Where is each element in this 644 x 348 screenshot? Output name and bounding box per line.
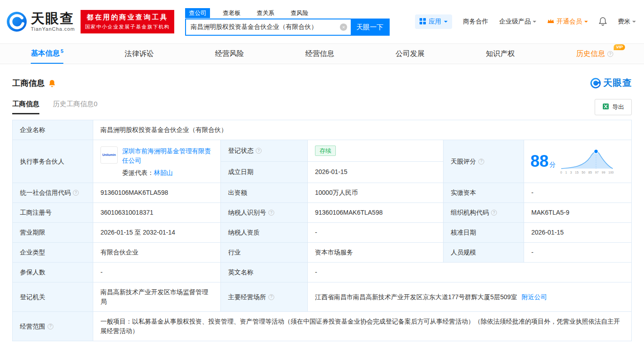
tab-legal-litigation[interactable]: 法律诉讼 bbox=[125, 44, 154, 64]
clear-icon[interactable] bbox=[340, 24, 347, 31]
help-icon[interactable] bbox=[491, 210, 497, 216]
help-icon[interactable] bbox=[48, 324, 53, 329]
status-badge: 存续 bbox=[315, 146, 336, 156]
registry-label-cell: 登记机关 bbox=[13, 282, 93, 312]
open-vip-label: 开通会员 bbox=[557, 18, 582, 26]
help-icon[interactable] bbox=[73, 190, 79, 196]
address-value: 江西省南昌市南昌高新技术产业开发区京东大道177号群辉大厦5层509室 bbox=[315, 292, 517, 302]
help-icon[interactable] bbox=[607, 51, 613, 57]
staff-size-label-cell: 人员规模 bbox=[444, 243, 524, 263]
field-label: 经营范围 bbox=[20, 322, 45, 331]
reg-number-label-cell: 工商注册号 bbox=[13, 203, 93, 223]
business-scope-label-cell: 经营范围 bbox=[13, 312, 93, 341]
search-tab-relation[interactable]: 查关系 bbox=[253, 8, 278, 18]
tab-label: 知识产权 bbox=[486, 49, 515, 59]
org-code-value-cell: MAK6TLA5-9 bbox=[524, 203, 632, 223]
export-button[interactable]: 导出 bbox=[595, 99, 632, 115]
tianyancha-logo[interactable]: 天眼查 TianYanCha.com bbox=[6, 11, 75, 32]
chevron-down-icon bbox=[444, 21, 448, 24]
approval-date-label-cell: 核准日期 bbox=[444, 223, 524, 243]
business-term-value-cell: 2026-01-15 至 2032-01-14 bbox=[93, 223, 221, 243]
paidin-capital-label-cell: 实缴资本 bbox=[444, 183, 524, 203]
subtab-business-info[interactable]: 工商信息 bbox=[12, 100, 39, 114]
search-tab-company[interactable]: 查公司 bbox=[185, 8, 210, 18]
score-value: 88 bbox=[530, 152, 549, 170]
partner-cell: Unilumin 深圳市前海洲明基金管理有限责任公司 委派代表：林韶山 bbox=[93, 140, 221, 183]
user-menu[interactable]: 费米 bbox=[618, 18, 636, 26]
logo-text: 天眼查 TianYanCha.com bbox=[31, 11, 75, 32]
apps-button[interactable]: 应用 bbox=[415, 14, 452, 29]
english-name-label-cell: 英文名称 bbox=[221, 263, 308, 282]
help-icon[interactable] bbox=[268, 210, 274, 216]
staff-size-value-cell: - bbox=[524, 243, 632, 263]
business-cooperation-link[interactable]: 商务合作 bbox=[463, 18, 488, 26]
enterprise-products-menu[interactable]: 企业级产品 bbox=[499, 18, 536, 26]
tab-label: 历史信息 bbox=[576, 49, 605, 59]
help-icon[interactable] bbox=[478, 159, 484, 165]
table-row: 企业类型 有限合伙企业 行业 资本市场服务 人员规模 - bbox=[13, 243, 632, 263]
partner-text: 深圳市前海洲明基金管理有限责任公司 委派代表：林韶山 bbox=[122, 146, 213, 178]
english-name-value-cell: - bbox=[308, 263, 632, 282]
tab-operation-info[interactable]: 经营信息 bbox=[305, 44, 334, 64]
tab-operation-risk[interactable]: 经营风险 bbox=[215, 44, 244, 64]
subtab-history-business-info[interactable]: 历史工商信息0 bbox=[53, 100, 97, 114]
field-label: 英文名称 bbox=[228, 268, 253, 277]
taxpayer-id-label-cell: 纳税人识别号 bbox=[221, 203, 308, 223]
chevron-down-icon bbox=[584, 21, 588, 24]
open-vip-button[interactable]: 开通会员 bbox=[547, 18, 588, 26]
subscribe-bell-icon[interactable] bbox=[48, 79, 56, 87]
insured-value-cell: - bbox=[93, 263, 221, 282]
field-value: 2026-01-15 至 2032-01-14 bbox=[100, 228, 175, 237]
score-cell: 88分 0 1 3 15 50 85 bbox=[524, 140, 632, 183]
search-box: 天眼一下 bbox=[185, 19, 390, 36]
help-icon[interactable] bbox=[256, 148, 262, 154]
industry-value-cell: 资本市场服务 bbox=[308, 243, 444, 263]
field-label: 企业名称 bbox=[20, 125, 45, 135]
search-input[interactable] bbox=[186, 19, 340, 35]
slogan-line2: 国家中小企业发展子基金旗下机构 bbox=[85, 24, 170, 30]
partner-company-link[interactable]: 深圳市前海洲明基金管理有限责任公司 bbox=[122, 146, 213, 165]
business-scope-value: 一般项目：以私募基金从事股权投资、投资管理、资产管理等活动（须在中国证券投资基金… bbox=[100, 317, 624, 336]
registry-value-cell: 南昌高新技术产业开发区市场监督管理局 bbox=[93, 282, 221, 312]
field-value: - bbox=[531, 248, 534, 257]
insured-label-cell: 参保人数 bbox=[13, 263, 93, 282]
field-label: 核准日期 bbox=[451, 228, 476, 237]
search-tab-risk[interactable]: 查风险 bbox=[287, 8, 312, 18]
taxpayer-id-value-cell: 91360106MAK6TLA598 bbox=[308, 203, 444, 223]
search-button[interactable]: 天眼一下 bbox=[351, 19, 389, 35]
table-row: 登记机关 南昌高新技术产业开发区市场监督管理局 主要经营场所 江西省南昌市南昌高… bbox=[13, 282, 632, 312]
paidin-capital-value-cell: - bbox=[524, 183, 632, 203]
score-axis-ticks: 0 1 3 15 50 85 97 99 100 bbox=[560, 170, 614, 175]
search-tab-boss[interactable]: 查老板 bbox=[219, 8, 244, 18]
taxpayer-qualification-label-cell: 纳税人资质 bbox=[221, 223, 308, 243]
username-label: 费米 bbox=[618, 18, 630, 26]
score-label-cell: 天眼评分 bbox=[444, 140, 524, 183]
table-row: 经营范围 一般项目：以私募基金从事股权投资、投资管理、资产管理等活动（须在中国证… bbox=[13, 312, 632, 341]
field-label: 天眼评分 bbox=[451, 157, 476, 166]
score-distribution-chart: 0 1 3 15 50 85 97 99 100 bbox=[560, 147, 614, 175]
tab-intellectual-property[interactable]: 知识产权 bbox=[486, 44, 515, 64]
status-value-cell: 存续 bbox=[308, 140, 444, 162]
tab-company-development[interactable]: 公司发展 bbox=[396, 44, 425, 64]
field-value: - bbox=[315, 228, 317, 237]
chevron-down-icon bbox=[533, 21, 536, 24]
apps-grid-icon bbox=[420, 18, 426, 26]
field-label: 登记状态 bbox=[228, 146, 253, 155]
representative-link[interactable]: 林韶山 bbox=[154, 169, 173, 176]
tianyancha-swirl-icon bbox=[590, 78, 601, 89]
field-label: 出资额 bbox=[228, 188, 247, 198]
field-value: 91360106MAK6TLA598 bbox=[100, 188, 168, 198]
help-icon[interactable] bbox=[268, 294, 274, 300]
tab-basic-info[interactable]: 基本信息 5 bbox=[31, 44, 63, 64]
industry-label-cell: 行业 bbox=[221, 243, 308, 263]
field-value: - bbox=[315, 268, 317, 277]
nearby-companies-link[interactable]: 附近公司 bbox=[522, 292, 547, 302]
tick-label: 0 bbox=[560, 170, 562, 175]
field-label: 人员规模 bbox=[451, 248, 476, 257]
company-type-label-cell: 企业类型 bbox=[13, 243, 93, 263]
notification-bell-icon[interactable] bbox=[599, 17, 607, 27]
tab-history-info[interactable]: VIP 历史信息 bbox=[576, 44, 613, 64]
table-row: 执行事务合伙人 Unilumin 深圳市前海洲明基金管理有限责任公司 委派代表：… bbox=[13, 140, 632, 183]
watermark-brand-label: 天眼查 bbox=[603, 77, 632, 89]
partner-logo-text: Unilumin bbox=[102, 153, 116, 158]
